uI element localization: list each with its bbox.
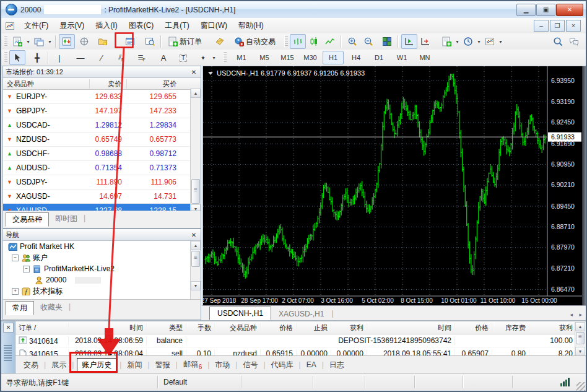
timeframe-w1[interactable]: W1 bbox=[391, 51, 412, 64]
navigator-header[interactable]: 导航 ✕ bbox=[3, 229, 201, 241]
column-symbol[interactable]: 交易品种 bbox=[3, 79, 90, 89]
toolbar-grip[interactable] bbox=[4, 36, 7, 47]
crosshair-tool-button[interactable]: ╋ bbox=[29, 50, 45, 65]
history-column-6[interactable]: 止损 bbox=[297, 323, 331, 333]
bar-chart-button[interactable] bbox=[290, 34, 306, 49]
market-watch-row-usdjpy[interactable]: ▼USDJPY-111.890111.906 bbox=[3, 175, 201, 189]
timeframe-h1[interactable]: H1 bbox=[323, 51, 344, 64]
market-watch-row-gbpjpy[interactable]: ▼GBPJPY-147.197147.233 bbox=[3, 104, 201, 118]
navigator-scrollbar[interactable]: ▲ ▼ bbox=[190, 241, 201, 299]
window-minimize-button[interactable]: ▁ bbox=[516, 4, 536, 16]
chart-tab-usdcnh[interactable]: USDCNH-,H1 bbox=[209, 307, 271, 320]
market-watch-header[interactable]: 市场报价: 01:39:12 ✕ bbox=[3, 66, 201, 78]
cursor-tool-button[interactable] bbox=[9, 50, 25, 65]
scroll-down-icon[interactable]: ▼ bbox=[191, 281, 201, 290]
history-row-3410614[interactable]: 34106142018.09.14 08:06:59balanceDEPOSIT… bbox=[15, 334, 575, 347]
history-column-3[interactable]: 手数 bbox=[186, 323, 215, 333]
market-watch-row-eurjpy[interactable]: ▼EURJPY-129.633129.655 bbox=[3, 90, 201, 104]
fibonacci-tool-button[interactable]: ☰F bbox=[133, 50, 149, 65]
new-order-button[interactable]: 新订单 bbox=[164, 34, 206, 49]
chart-canvas[interactable]: 6.939506.931906.924506.916906.909506.902… bbox=[203, 66, 582, 305]
column-bid[interactable]: 卖价 bbox=[90, 79, 127, 89]
zoom-in-button[interactable] bbox=[344, 34, 360, 49]
close-icon[interactable]: ✕ bbox=[189, 232, 198, 238]
scroll-thumb[interactable] bbox=[576, 332, 585, 344]
terminal-button[interactable] bbox=[122, 34, 138, 49]
close-icon[interactable]: ✕ bbox=[189, 69, 198, 76]
history-column-0[interactable]: 订单 / bbox=[15, 323, 69, 333]
window-maximize-button[interactable]: ▣ bbox=[536, 4, 555, 16]
market-watch-row-nzdusd[interactable]: ▼NZDUSD-0.657490.65773 bbox=[3, 133, 201, 147]
history-column-7[interactable]: 获利 bbox=[331, 323, 367, 333]
data-window-button[interactable] bbox=[76, 34, 92, 49]
horizontal-line-tool-button[interactable]: — bbox=[72, 50, 89, 65]
history-column-4[interactable]: 交易品种 bbox=[215, 323, 261, 333]
menu-item-1[interactable]: 显示(V) bbox=[54, 19, 90, 33]
history-column-8[interactable]: 时间 bbox=[367, 323, 455, 333]
history-column-2[interactable]: 类型 bbox=[147, 323, 186, 333]
periods-button[interactable] bbox=[460, 34, 476, 49]
timeframe-mn[interactable]: MN bbox=[414, 51, 435, 64]
tab-common[interactable]: 常用 bbox=[6, 301, 34, 315]
vertical-line-tool-button[interactable]: | bbox=[51, 50, 67, 65]
tree-item-indicators[interactable]: + 技术指标 bbox=[3, 285, 201, 297]
collapse-icon[interactable]: − bbox=[12, 255, 19, 261]
terminal-close-icon[interactable]: ✕ bbox=[3, 323, 14, 333]
tree-item-server[interactable]: − ProfitMarketHK-Live2 bbox=[3, 263, 201, 274]
line-chart-button[interactable] bbox=[322, 34, 338, 49]
tile-windows-button[interactable] bbox=[379, 34, 395, 49]
templates-dropdown[interactable]: ▾ bbox=[498, 35, 503, 48]
column-ask[interactable]: 买价 bbox=[127, 79, 181, 89]
terminal-tab-1[interactable]: 展示 bbox=[47, 359, 71, 372]
timeframe-m30[interactable]: M30 bbox=[300, 51, 321, 64]
market-watch-row-usdcad[interactable]: ▲USDCAD-1.298121.29834 bbox=[3, 118, 201, 133]
terminal-tab-0[interactable]: 交易 bbox=[19, 359, 43, 372]
price-chart[interactable]: 6.939506.931906.924506.916906.909506.902… bbox=[203, 66, 582, 305]
chart-restore-button[interactable]: ❐ bbox=[550, 20, 565, 32]
market-watch-row-usdchf[interactable]: ▲USDCHF-0.986880.98712 bbox=[3, 147, 201, 161]
tree-item-accounts[interactable]: − 账户 bbox=[3, 252, 201, 263]
tab-favorites[interactable]: 收藏夹 bbox=[34, 301, 69, 314]
market-watch-scrollbar[interactable]: ▲ ▼ bbox=[190, 89, 201, 214]
scroll-down-icon[interactable]: ▼ bbox=[575, 347, 585, 356]
timeframe-h4[interactable]: H4 bbox=[346, 51, 367, 64]
search-button[interactable] bbox=[550, 34, 566, 49]
auto-scroll-button[interactable] bbox=[401, 34, 417, 49]
menu-item-3[interactable]: 图表(C) bbox=[123, 19, 160, 33]
terminal-tab-3[interactable]: 新闻 bbox=[123, 359, 146, 372]
channel-tool-button[interactable]: ⫽E bbox=[113, 50, 129, 65]
arrows-tool-dropdown[interactable]: ▾ bbox=[211, 51, 217, 64]
tree-item-platform[interactable]: Profit Market HK bbox=[3, 241, 201, 252]
chart-close-button[interactable]: × bbox=[566, 20, 581, 32]
terminal-tab-6[interactable]: 市场 bbox=[211, 359, 234, 372]
candlestick-button[interactable] bbox=[306, 34, 322, 49]
indicators-button[interactable] bbox=[438, 34, 454, 49]
arrows-tool-button[interactable]: ✦ bbox=[195, 50, 211, 65]
navigator-button[interactable] bbox=[95, 34, 111, 49]
terminal-tab-2[interactable]: 账户历史 bbox=[77, 358, 116, 372]
menu-item-2[interactable]: 插入(I) bbox=[90, 19, 123, 33]
menu-item-5[interactable]: 窗口(W) bbox=[195, 19, 233, 33]
indicators-dropdown[interactable]: ▾ bbox=[454, 35, 460, 48]
toolbar-grip[interactable] bbox=[284, 36, 288, 47]
menu-item-6[interactable]: 帮助(H) bbox=[233, 19, 269, 33]
new-chart-dropdown[interactable]: ▾ bbox=[25, 35, 31, 48]
chart-minimize-button[interactable]: – bbox=[534, 20, 549, 32]
zoom-out-button[interactable] bbox=[360, 34, 376, 49]
history-column-1[interactable]: 时间 bbox=[69, 323, 147, 333]
market-watch-row-xagusd[interactable]: ▼XAGUSD-14.69714.731 bbox=[3, 189, 201, 204]
chart-shift-button[interactable] bbox=[417, 34, 433, 49]
scroll-up-icon[interactable]: ▲ bbox=[191, 241, 201, 250]
metaeditor-button[interactable] bbox=[212, 34, 228, 49]
market-watch-button[interactable] bbox=[59, 34, 75, 49]
new-chart-button[interactable] bbox=[9, 34, 25, 49]
history-column-10[interactable]: 库存费 bbox=[492, 323, 529, 333]
status-profile[interactable]: Default bbox=[163, 378, 187, 386]
scroll-up-icon[interactable]: ▲ bbox=[191, 89, 201, 98]
market-watch-row-audusd[interactable]: ▲AUDUSD-0.713540.71373 bbox=[3, 161, 201, 175]
trendline-tool-button[interactable]: ∕ bbox=[93, 50, 110, 65]
menu-item-4[interactable]: 工具(T) bbox=[159, 19, 194, 33]
strategy-tester-button[interactable] bbox=[142, 34, 158, 49]
chart-tab-scroll-arrows[interactable]: ◂ ▸ bbox=[570, 311, 585, 320]
terminal-grip[interactable] bbox=[4, 345, 12, 361]
